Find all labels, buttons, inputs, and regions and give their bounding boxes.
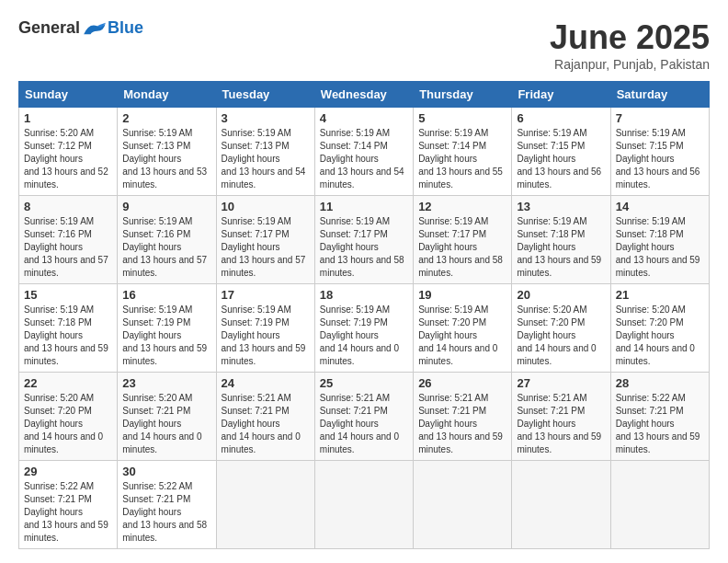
calendar-cell: 10Sunrise: 5:19 AMSunset: 7:17 PMDayligh… xyxy=(216,196,314,284)
calendar-cell: 13Sunrise: 5:19 AMSunset: 7:18 PMDayligh… xyxy=(512,196,610,284)
calendar-cell: 26Sunrise: 5:21 AMSunset: 7:21 PMDayligh… xyxy=(414,373,512,461)
day-number: 3 xyxy=(222,111,310,125)
calendar-cell xyxy=(512,461,610,549)
day-info: Sunrise: 5:22 AMSunset: 7:21 PMDaylight … xyxy=(24,480,112,545)
logo: General Blue xyxy=(18,18,143,38)
day-info: Sunrise: 5:22 AMSunset: 7:21 PMDaylight … xyxy=(122,480,210,545)
day-info: Sunrise: 5:22 AMSunset: 7:21 PMDaylight … xyxy=(616,392,704,456)
calendar-cell: 5Sunrise: 5:19 AMSunset: 7:14 PMDaylight… xyxy=(414,108,512,196)
calendar-cell: 4Sunrise: 5:19 AMSunset: 7:14 PMDaylight… xyxy=(314,108,413,196)
calendar-cell: 20Sunrise: 5:20 AMSunset: 7:20 PMDayligh… xyxy=(512,284,610,373)
day-number: 23 xyxy=(122,376,210,390)
day-number: 21 xyxy=(616,288,704,302)
day-info: Sunrise: 5:19 AMSunset: 7:18 PMDaylight … xyxy=(517,215,605,280)
calendar-cell xyxy=(414,461,512,549)
calendar-cell: 27Sunrise: 5:21 AMSunset: 7:21 PMDayligh… xyxy=(512,373,610,461)
calendar-cell: 24Sunrise: 5:21 AMSunset: 7:21 PMDayligh… xyxy=(216,373,314,461)
calendar-cell: 19Sunrise: 5:19 AMSunset: 7:20 PMDayligh… xyxy=(414,284,512,373)
day-info: Sunrise: 5:19 AMSunset: 7:18 PMDaylight … xyxy=(616,215,704,280)
day-number: 28 xyxy=(616,376,704,390)
day-info: Sunrise: 5:20 AMSunset: 7:20 PMDaylight … xyxy=(24,392,112,456)
day-number: 13 xyxy=(517,200,605,213)
calendar-cell xyxy=(216,461,314,549)
day-info: Sunrise: 5:19 AMSunset: 7:19 PMDaylight … xyxy=(320,304,408,368)
day-number: 30 xyxy=(122,465,210,478)
day-info: Sunrise: 5:19 AMSunset: 7:18 PMDaylight … xyxy=(24,304,112,368)
day-info: Sunrise: 5:19 AMSunset: 7:17 PMDaylight … xyxy=(418,215,506,280)
calendar-cell: 22Sunrise: 5:20 AMSunset: 7:20 PMDayligh… xyxy=(19,373,118,461)
day-info: Sunrise: 5:21 AMSunset: 7:21 PMDaylight … xyxy=(517,392,605,456)
day-number: 14 xyxy=(616,200,704,213)
day-info: Sunrise: 5:21 AMSunset: 7:21 PMDaylight … xyxy=(320,392,408,456)
calendar-cell: 29Sunrise: 5:22 AMSunset: 7:21 PMDayligh… xyxy=(19,461,118,549)
day-number: 17 xyxy=(222,288,310,302)
day-info: Sunrise: 5:19 AMSunset: 7:17 PMDaylight … xyxy=(222,215,310,280)
calendar-cell: 28Sunrise: 5:22 AMSunset: 7:21 PMDayligh… xyxy=(610,373,709,461)
day-info: Sunrise: 5:20 AMSunset: 7:12 PMDaylight … xyxy=(24,127,112,191)
day-number: 4 xyxy=(320,111,408,125)
day-number: 22 xyxy=(24,376,112,390)
weekday-header-saturday: Saturday xyxy=(610,82,709,108)
weekday-header-friday: Friday xyxy=(512,82,610,108)
calendar-cell: 25Sunrise: 5:21 AMSunset: 7:21 PMDayligh… xyxy=(314,373,413,461)
calendar-cell xyxy=(610,461,709,549)
day-number: 8 xyxy=(24,200,112,213)
day-number: 9 xyxy=(122,200,210,213)
calendar-cell xyxy=(314,461,413,549)
calendar-cell: 3Sunrise: 5:19 AMSunset: 7:13 PMDaylight… xyxy=(216,108,314,196)
logo-blue-text: Blue xyxy=(108,18,143,38)
day-number: 29 xyxy=(24,465,112,478)
logo-general-text: General xyxy=(18,18,80,38)
calendar-cell: 14Sunrise: 5:19 AMSunset: 7:18 PMDayligh… xyxy=(610,196,709,284)
calendar-week-1: 1Sunrise: 5:20 AMSunset: 7:12 PMDaylight… xyxy=(19,108,710,196)
calendar-cell: 15Sunrise: 5:19 AMSunset: 7:18 PMDayligh… xyxy=(19,284,118,373)
calendar-cell: 30Sunrise: 5:22 AMSunset: 7:21 PMDayligh… xyxy=(118,461,216,549)
day-info: Sunrise: 5:19 AMSunset: 7:14 PMDaylight … xyxy=(320,127,408,191)
day-info: Sunrise: 5:19 AMSunset: 7:13 PMDaylight … xyxy=(222,127,310,191)
calendar-cell: 18Sunrise: 5:19 AMSunset: 7:19 PMDayligh… xyxy=(314,284,413,373)
calendar-cell: 17Sunrise: 5:19 AMSunset: 7:19 PMDayligh… xyxy=(216,284,314,373)
day-info: Sunrise: 5:19 AMSunset: 7:19 PMDaylight … xyxy=(122,304,210,368)
day-info: Sunrise: 5:19 AMSunset: 7:14 PMDaylight … xyxy=(418,127,506,191)
location-text: Rajanpur, Punjab, Pakistan xyxy=(550,57,710,72)
calendar-cell: 21Sunrise: 5:20 AMSunset: 7:20 PMDayligh… xyxy=(610,284,709,373)
title-block: June 2025 Rajanpur, Punjab, Pakistan xyxy=(550,18,710,72)
day-number: 25 xyxy=(320,376,408,390)
day-info: Sunrise: 5:19 AMSunset: 7:20 PMDaylight … xyxy=(418,304,506,368)
weekday-header-thursday: Thursday xyxy=(414,82,512,108)
calendar-week-2: 8Sunrise: 5:19 AMSunset: 7:16 PMDaylight… xyxy=(19,196,710,284)
weekday-header-wednesday: Wednesday xyxy=(314,82,413,108)
month-title: June 2025 xyxy=(550,18,710,57)
day-number: 18 xyxy=(320,288,408,302)
day-number: 7 xyxy=(616,111,704,125)
day-number: 20 xyxy=(517,288,605,302)
weekday-header-tuesday: Tuesday xyxy=(216,82,314,108)
day-number: 24 xyxy=(222,376,310,390)
day-info: Sunrise: 5:19 AMSunset: 7:16 PMDaylight … xyxy=(24,215,112,280)
calendar-cell: 8Sunrise: 5:19 AMSunset: 7:16 PMDaylight… xyxy=(19,196,118,284)
calendar-week-5: 29Sunrise: 5:22 AMSunset: 7:21 PMDayligh… xyxy=(19,461,710,549)
weekday-header-monday: Monday xyxy=(118,82,216,108)
day-info: Sunrise: 5:19 AMSunset: 7:19 PMDaylight … xyxy=(222,304,310,368)
day-info: Sunrise: 5:19 AMSunset: 7:13 PMDaylight … xyxy=(122,127,210,191)
calendar-cell: 23Sunrise: 5:20 AMSunset: 7:21 PMDayligh… xyxy=(118,373,216,461)
day-info: Sunrise: 5:20 AMSunset: 7:20 PMDaylight … xyxy=(517,304,605,368)
calendar-table: SundayMondayTuesdayWednesdayThursdayFrid… xyxy=(18,81,710,549)
calendar-week-3: 15Sunrise: 5:19 AMSunset: 7:18 PMDayligh… xyxy=(19,284,710,373)
day-number: 6 xyxy=(517,111,605,125)
page-header: General Blue June 2025 Rajanpur, Punjab,… xyxy=(18,18,710,72)
logo-bird-icon xyxy=(82,19,108,38)
calendar-cell: 7Sunrise: 5:19 AMSunset: 7:15 PMDaylight… xyxy=(610,108,709,196)
day-number: 12 xyxy=(418,200,506,213)
day-info: Sunrise: 5:20 AMSunset: 7:21 PMDaylight … xyxy=(122,392,210,456)
day-number: 15 xyxy=(24,288,112,302)
day-number: 26 xyxy=(418,376,506,390)
day-number: 16 xyxy=(122,288,210,302)
day-info: Sunrise: 5:19 AMSunset: 7:15 PMDaylight … xyxy=(517,127,605,191)
calendar-cell: 2Sunrise: 5:19 AMSunset: 7:13 PMDaylight… xyxy=(118,108,216,196)
day-number: 10 xyxy=(222,200,310,213)
calendar-cell: 9Sunrise: 5:19 AMSunset: 7:16 PMDaylight… xyxy=(118,196,216,284)
weekday-header-sunday: Sunday xyxy=(19,82,118,108)
day-info: Sunrise: 5:21 AMSunset: 7:21 PMDaylight … xyxy=(222,392,310,456)
day-info: Sunrise: 5:20 AMSunset: 7:20 PMDaylight … xyxy=(616,304,704,368)
